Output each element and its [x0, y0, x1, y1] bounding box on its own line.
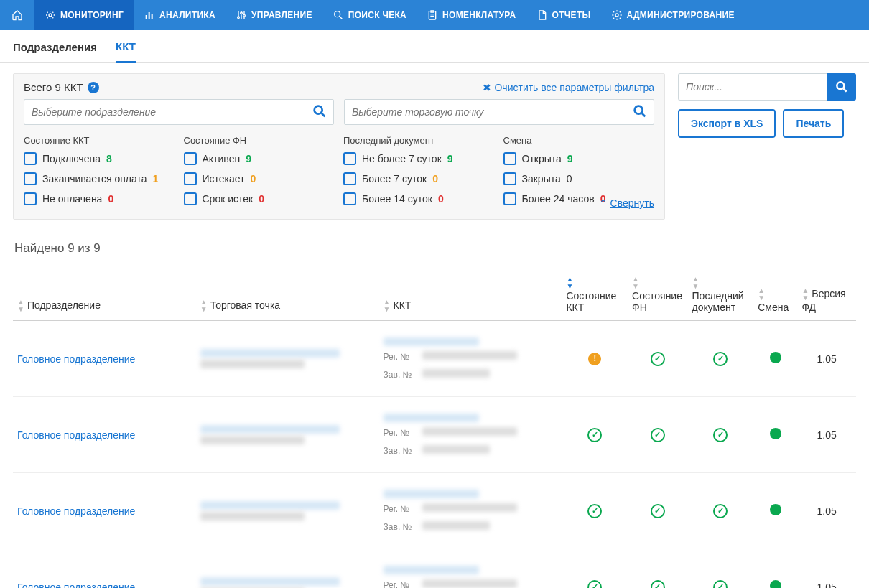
search-icon	[312, 103, 327, 121]
filter-option-count: 0	[567, 173, 572, 185]
checkbox[interactable]	[184, 192, 197, 205]
col-fd-version[interactable]: ▲▼Версия ФД	[797, 270, 856, 321]
filter-option[interactable]: Открыта 9	[503, 149, 655, 169]
filter-option-label: Открыта	[522, 153, 562, 164]
nav-label: НОМЕНКЛАТУРА	[442, 10, 516, 20]
svg-point-9	[615, 14, 618, 17]
checkbox[interactable]	[503, 152, 516, 165]
tab-departments[interactable]: Подразделения	[13, 41, 97, 62]
tradepoint-select[interactable]	[344, 99, 654, 125]
filter-option[interactable]: Срок истек 0	[184, 189, 335, 209]
filter-option[interactable]: Истекает 0	[184, 169, 335, 189]
total-kkt-text: Всего 9 ККТ	[24, 81, 83, 93]
department-select[interactable]	[24, 99, 334, 125]
filter-option-label: Активен	[203, 153, 241, 164]
kkt-cell: Рег. №Зав. №	[379, 397, 562, 473]
reg-label: Рег. №	[384, 580, 417, 588]
filter-option[interactable]: Более 14 суток 0	[343, 189, 495, 209]
sort-icon: ▲▼	[632, 276, 639, 290]
tradepoint-cell	[196, 397, 379, 473]
checkbox[interactable]	[24, 152, 37, 165]
department-input[interactable]	[32, 106, 312, 118]
nav-reports[interactable]: ОТЧЕТЫ	[526, 0, 601, 30]
filter-column-title: Состояние ККТ	[24, 135, 175, 146]
nav-home[interactable]	[0, 0, 34, 30]
print-button[interactable]: Печать	[783, 109, 844, 138]
svg-point-4	[238, 17, 240, 19]
nav-admin[interactable]: АДМИНИСТРИРОВАНИЕ	[601, 0, 745, 30]
clear-filters-link[interactable]: ✖ Очистить все параметры фильтра	[483, 82, 654, 93]
table-row: Головное подразделениеРег. №Зав. №✓✓✓1.0…	[13, 473, 856, 549]
status-ok-icon: ✓	[713, 504, 728, 518]
kkt-state-cell: ✓	[562, 473, 628, 549]
search-input[interactable]	[678, 73, 827, 101]
checkbox[interactable]	[24, 192, 37, 205]
checkbox[interactable]	[184, 152, 197, 165]
filter-option[interactable]: Закрыта 0	[503, 169, 655, 189]
export-xls-button[interactable]: Экспорт в XLS	[678, 109, 776, 138]
svg-point-5	[241, 12, 243, 14]
last-doc-cell: ✓	[688, 549, 754, 588]
tab-kkt[interactable]: ККТ	[116, 40, 136, 63]
search-icon	[632, 103, 648, 121]
checkbox[interactable]	[184, 172, 197, 185]
department-link[interactable]: Головное подразделение	[17, 505, 135, 517]
filter-option[interactable]: Не более 7 суток 9	[343, 149, 495, 169]
analytics-icon	[144, 9, 155, 21]
tradepoint-cell	[196, 473, 379, 549]
fn-state-cell: ✓	[628, 321, 687, 397]
side-actions: Экспорт в XLS Печать	[678, 73, 856, 138]
collapse-filters-link[interactable]: ⌃ Свернуть	[599, 197, 654, 209]
status-ok-icon: ✓	[651, 428, 665, 442]
nav-receipt-search[interactable]: ПОИСК ЧЕКА	[322, 0, 417, 30]
col-fn-state[interactable]: ▲▼Состояние ФН	[628, 270, 687, 321]
filter-option[interactable]: Активен 9	[184, 149, 335, 169]
shift-cell	[753, 473, 797, 549]
department-link[interactable]: Головное подразделение	[17, 429, 135, 441]
filter-option-label: Истекает	[203, 173, 245, 185]
search-button[interactable]	[827, 73, 856, 101]
col-department[interactable]: ▲▼Подразделение	[13, 270, 196, 321]
col-kkt-state[interactable]: ▲▼Состояние ККТ	[562, 270, 628, 321]
filter-option[interactable]: Заканчивается оплата 1	[24, 169, 175, 189]
col-tradepoint[interactable]: ▲▼Торговая точка	[196, 270, 379, 321]
checkbox[interactable]	[343, 172, 356, 185]
subtabs: Подразделения ККТ	[0, 30, 869, 63]
fd-version-cell: 1.05	[797, 321, 856, 397]
svg-rect-1	[146, 15, 147, 19]
nav-management[interactable]: УПРАВЛЕНИЕ	[226, 0, 322, 30]
tradepoint-input[interactable]	[352, 106, 632, 118]
status-ok-icon: ✓	[651, 352, 665, 366]
checkbox[interactable]	[24, 172, 37, 185]
svg-point-7	[334, 11, 340, 17]
col-shift[interactable]: ▲▼Смена	[753, 270, 797, 321]
filter-option[interactable]: Более 7 суток 0	[343, 169, 495, 189]
checkbox[interactable]	[343, 152, 356, 165]
filter-option[interactable]: Не оплачена 0	[24, 189, 175, 209]
filter-option-count: 1	[152, 173, 158, 185]
status-ok-icon: ✓	[713, 580, 728, 588]
sort-icon: ▲▼	[758, 287, 765, 302]
kkt-cell: Рег. №Зав. №	[379, 321, 562, 397]
filter-option-label: Не более 7 суток	[362, 153, 442, 164]
last-doc-cell: ✓	[688, 397, 754, 473]
filter-option[interactable]: Подключена 8	[24, 149, 175, 169]
document-icon	[536, 9, 548, 21]
department-link[interactable]: Головное подразделение	[17, 582, 135, 588]
nav-nomenclature[interactable]: НОМЕНКЛАТУРА	[417, 0, 526, 30]
col-kkt[interactable]: ▲▼ККТ	[379, 270, 562, 321]
filter-option-count: 9	[567, 153, 573, 164]
checkbox[interactable]	[503, 192, 516, 205]
checkbox[interactable]	[343, 192, 356, 205]
filter-column-title: Состояние ФН	[184, 135, 335, 146]
nav-analytics[interactable]: АНАЛИТИКА	[134, 0, 226, 30]
svg-point-10	[315, 106, 322, 113]
sort-icon: ▲▼	[566, 276, 573, 290]
nav-monitoring[interactable]: МОНИТОРИНГ	[34, 0, 134, 30]
department-link[interactable]: Головное подразделение	[17, 353, 135, 365]
help-icon[interactable]: ?	[88, 82, 99, 93]
col-last-doc[interactable]: ▲▼Последний документ	[688, 270, 754, 321]
fd-version-cell: 1.05	[797, 397, 856, 473]
zav-label: Зав. №	[384, 370, 417, 380]
checkbox[interactable]	[503, 172, 516, 185]
